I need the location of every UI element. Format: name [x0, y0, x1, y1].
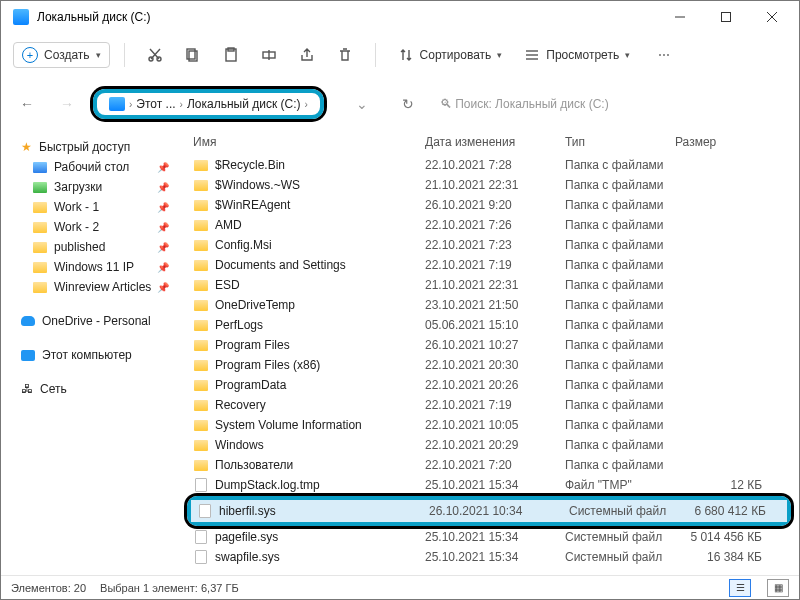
refresh-button[interactable]: ↻ [394, 90, 422, 118]
table-row[interactable]: Windows22.10.2021 20:29Папка с файлами [191, 435, 799, 455]
file-date: 22.10.2021 7:28 [425, 158, 565, 172]
create-label: Создать [44, 48, 90, 62]
file-list[interactable]: $Recycle.Bin22.10.2021 7:28Папка с файла… [181, 155, 799, 575]
forward-button[interactable]: → [53, 90, 81, 118]
column-headers: Имя Дата изменения Тип Размер [181, 131, 799, 155]
file-type: Папка с файлами [565, 198, 675, 212]
maximize-button[interactable] [703, 1, 749, 33]
file-type: Системный файл [569, 504, 679, 518]
sidebar-item[interactable]: Work - 1📌 [5, 197, 177, 217]
table-row[interactable]: Program Files (x86)22.10.2021 20:30Папка… [191, 355, 799, 375]
chevron-right-icon: › [129, 99, 132, 110]
file-date: 26.10.2021 10:27 [425, 338, 565, 352]
file-date: 22.10.2021 20:29 [425, 438, 565, 452]
view-label: Просмотреть [546, 48, 619, 62]
table-row[interactable]: Config.Msi22.10.2021 7:23Папка с файлами [191, 235, 799, 255]
file-type: Папка с файлами [565, 438, 675, 452]
create-button[interactable]: + Создать ▾ [13, 42, 110, 68]
pin-icon: 📌 [157, 242, 169, 253]
folder-icon [194, 360, 208, 371]
file-name: Пользователи [215, 458, 425, 472]
folder-icon [194, 400, 208, 411]
table-row[interactable]: pagefile.sys25.10.2021 15:34Системный фа… [191, 527, 799, 547]
table-row[interactable]: Recovery22.10.2021 7:19Папка с файлами [191, 395, 799, 415]
icons-view-button[interactable]: ▦ [767, 579, 789, 597]
file-name: pagefile.sys [215, 530, 425, 544]
breadcrumb-disk[interactable]: Локальный диск (C:) [187, 97, 301, 111]
sidebar-item[interactable]: Work - 2📌 [5, 217, 177, 237]
pin-icon: 📌 [157, 262, 169, 273]
sidebar-item-label: Рабочий стол [54, 160, 129, 174]
table-row[interactable]: AMD22.10.2021 7:26Папка с файлами [191, 215, 799, 235]
table-row[interactable]: Documents and Settings22.10.2021 7:19Пап… [191, 255, 799, 275]
sidebar-item[interactable]: Загрузки📌 [5, 177, 177, 197]
file-size: 5 014 456 КБ [675, 530, 770, 544]
sidebar-this-pc[interactable]: Этот компьютер [5, 345, 177, 365]
col-type[interactable]: Тип [565, 135, 675, 149]
sidebar-item[interactable]: Winreview Articles📌 [5, 277, 177, 297]
table-row[interactable]: OneDriveTemp23.10.2021 21:50Папка с файл… [191, 295, 799, 315]
table-row[interactable]: DumpStack.log.tmp25.10.2021 15:34Файл "T… [191, 475, 799, 495]
view-button[interactable]: Просмотреть ▾ [516, 43, 638, 67]
paste-button[interactable] [215, 39, 247, 71]
sort-label: Сортировать [420, 48, 492, 62]
dropdown-button[interactable]: ⌄ [348, 90, 376, 118]
close-button[interactable] [749, 1, 795, 33]
file-type: Папка с файлами [565, 238, 675, 252]
file-name: $Recycle.Bin [215, 158, 425, 172]
copy-button[interactable] [177, 39, 209, 71]
search-input[interactable]: 🔍︎ Поиск: Локальный диск (C:) [440, 97, 609, 111]
address-bar[interactable]: › Этот ... › Локальный диск (C:) › [99, 95, 318, 113]
window-title: Локальный диск (C:) [37, 10, 151, 24]
col-size[interactable]: Размер [675, 135, 755, 149]
more-button[interactable]: ⋯ [648, 39, 680, 71]
table-row[interactable]: ESD21.10.2021 22:31Папка с файлами [191, 275, 799, 295]
file-name: Program Files (x86) [215, 358, 425, 372]
table-row[interactable]: System Volume Information22.10.2021 10:0… [191, 415, 799, 435]
table-row[interactable]: $Windows.~WS21.10.2021 22:31Папка с файл… [191, 175, 799, 195]
titlebar: Локальный диск (C:) [1, 1, 799, 33]
breadcrumb-root[interactable]: Этот ... [136, 97, 175, 111]
file-date: 26.10.2021 9:20 [425, 198, 565, 212]
table-row[interactable]: swapfile.sys25.10.2021 15:34Системный фа… [191, 547, 799, 567]
folder-icon [194, 420, 208, 431]
details-view-button[interactable]: ☰ [729, 579, 751, 597]
sidebar-quick-access[interactable]: ★Быстрый доступ [5, 137, 177, 157]
folder-icon [194, 320, 208, 331]
sidebar-item[interactable]: Windows 11 IP📌 [5, 257, 177, 277]
col-name[interactable]: Имя [193, 135, 425, 149]
sidebar-item-label: Windows 11 IP [54, 260, 134, 274]
table-row[interactable]: Пользователи22.10.2021 7:20Папка с файла… [191, 455, 799, 475]
table-row[interactable]: hiberfil.sys26.10.2021 10:34Системный фа… [191, 500, 787, 522]
file-size: 16 384 КБ [675, 550, 770, 564]
col-date[interactable]: Дата изменения [425, 135, 565, 149]
search-icon: 🔍︎ [440, 97, 452, 111]
svg-rect-1 [722, 13, 731, 22]
status-count: Элементов: 20 [11, 582, 86, 594]
pin-icon: 📌 [157, 162, 169, 173]
sidebar-onedrive[interactable]: OneDrive - Personal [5, 311, 177, 331]
file-date: 22.10.2021 7:23 [425, 238, 565, 252]
delete-button[interactable] [329, 39, 361, 71]
sidebar-item[interactable]: published📌 [5, 237, 177, 257]
rename-button[interactable] [253, 39, 285, 71]
sort-button[interactable]: Сортировать ▾ [390, 43, 511, 67]
minimize-button[interactable] [657, 1, 703, 33]
table-row[interactable]: Program Files26.10.2021 10:27Папка с фай… [191, 335, 799, 355]
cut-button[interactable] [139, 39, 171, 71]
sidebar-item-label: published [54, 240, 105, 254]
file-date: 25.10.2021 15:34 [425, 550, 565, 564]
network-icon: 🖧 [21, 383, 33, 395]
share-button[interactable] [291, 39, 323, 71]
table-row[interactable]: ProgramData22.10.2021 20:26Папка с файла… [191, 375, 799, 395]
sidebar-network[interactable]: 🖧Сеть [5, 379, 177, 399]
file-type: Папка с файлами [565, 338, 675, 352]
file-name: PerfLogs [215, 318, 425, 332]
back-button[interactable]: ← [13, 90, 41, 118]
table-row[interactable]: $Recycle.Bin22.10.2021 7:28Папка с файла… [191, 155, 799, 175]
sidebar-item[interactable]: Рабочий стол📌 [5, 157, 177, 177]
table-row[interactable]: PerfLogs05.06.2021 15:10Папка с файлами [191, 315, 799, 335]
table-row[interactable]: $WinREAgent26.10.2021 9:20Папка с файлам… [191, 195, 799, 215]
drive-icon [13, 9, 29, 25]
chevron-down-icon: ▾ [625, 50, 630, 60]
